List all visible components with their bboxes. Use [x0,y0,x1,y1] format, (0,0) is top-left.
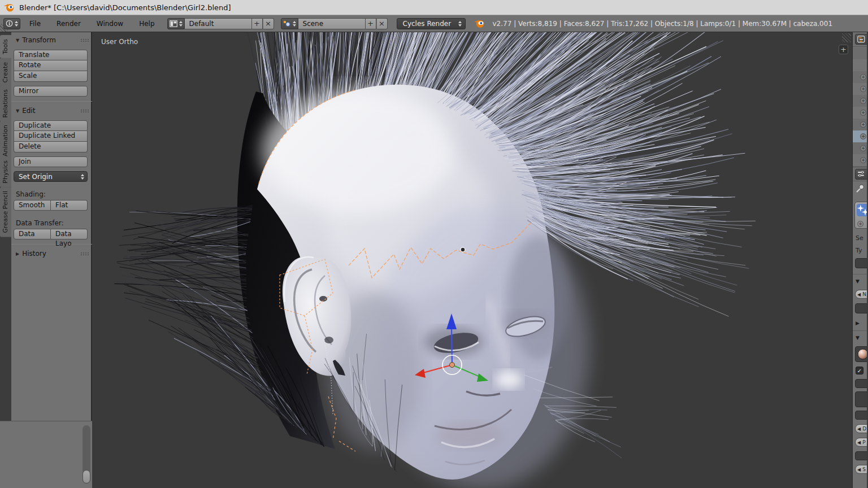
transform-panel-header[interactable]: ▼ Transform [11,34,92,46]
panel-collapse-icon[interactable]: ▼ [856,335,860,341]
rotate-button[interactable]: Rotate [14,60,88,71]
outliner-row[interactable] [853,47,867,59]
data-button[interactable]: Data [14,229,51,239]
scene-field[interactable]: Scene [298,18,365,29]
panel-separator [11,244,92,245]
outliner-expand-icon[interactable]: + [860,74,866,80]
info-header-bar: File Render Window Help Default + × Scen… [0,15,868,32]
material-sphere-icon [857,348,867,360]
pin-icon[interactable] [855,184,865,194]
edit-panel-header[interactable]: ▼ Edit [11,105,92,116]
scene-browse-button[interactable] [281,18,298,29]
panel-collapse-icon[interactable]: ▼ [856,278,860,284]
duplicate-button[interactable]: Duplicate [14,120,88,131]
vertex-marker[interactable] [461,247,465,252]
set-origin-dropdown[interactable]: Set Origin [14,171,88,182]
history-panel-header[interactable]: ▶ History [11,248,92,259]
duplicate-linked-button[interactable]: Duplicate Linked [14,131,88,142]
outliner-row[interactable]: + [853,142,867,154]
button-fragment[interactable] [855,451,867,460]
outliner-expand-icon[interactable]: + [860,110,866,116]
outliner-row[interactable]: + [853,154,867,166]
outliner-row[interactable]: + [853,71,867,83]
shelf-tab-animation[interactable]: Animation [0,121,11,160]
add-scene-button[interactable]: + [365,18,376,29]
properties-header [853,167,867,181]
outliner-row[interactable] [853,59,867,71]
material-button-fragment[interactable] [855,346,867,362]
outliner-expand-icon[interactable]: + [860,157,866,163]
outliner-row[interactable]: + [853,119,867,130]
menu-file[interactable]: File [23,16,47,32]
type-label-fragment: Ty [856,247,862,254]
viewport-corner-grip[interactable] [842,33,851,42]
axis-z-handle[interactable] [452,328,452,365]
menu-render[interactable]: Render [50,16,88,32]
screen-layout-browse-button[interactable] [167,18,185,29]
outliner-expand-icon[interactable]: + [860,121,866,128]
particles-icon [857,204,867,216]
scale-button[interactable]: Scale [14,71,88,82]
collapse-arrow-icon: ▶ [16,251,19,256]
shelf-tab-relations[interactable]: Relations [0,85,11,122]
new-particle-icon[interactable]: + [857,221,863,227]
shelf-tab-create[interactable]: Create [0,58,11,87]
type-dropdown-fragment[interactable] [855,258,867,268]
editor-corner-grip[interactable] [0,24,8,32]
settings-label-fragment: Se [856,234,863,242]
outliner-editor-button[interactable] [855,34,867,45]
outliner-header [853,32,867,47]
screen-layout-selector: Default + × [167,18,274,29]
button-fragment[interactable] [855,303,867,313]
value-slider-fragment[interactable]: ◀N [855,290,867,299]
value-slider-fragment[interactable]: ◀D [855,424,867,433]
outliner-row[interactable]: + [853,107,867,119]
menu-window[interactable]: Window [90,16,130,32]
shade-flat-button[interactable]: Flat [51,200,88,211]
checkbox-checked[interactable]: ✓ [856,367,863,374]
outliner-expand-icon[interactable]: + [860,145,866,151]
outliner-expand-icon[interactable]: + [860,86,866,92]
particle-settings-button[interactable]: + [854,202,867,229]
outliner-row[interactable]: + [853,83,867,95]
render-engine-dropdown[interactable]: Cycles Render [397,18,466,29]
value-slider-fragment[interactable]: ◀S [855,465,867,474]
shade-smooth-button[interactable]: Smooth [14,200,51,211]
close-layout-button[interactable]: × [263,18,274,29]
panel-grip-icon[interactable] [80,109,89,113]
outliner-row[interactable]: + [853,95,867,107]
outliner-expand-icon[interactable]: + [860,133,866,140]
viewport-3d[interactable]: User Ortho + [92,32,852,488]
screen-layout-field[interactable]: Default [185,18,251,29]
translate-button[interactable]: Translate [14,50,88,60]
data-layout-button[interactable]: Data Layo [51,229,88,239]
outliner-row[interactable]: + [853,130,867,142]
close-scene-button[interactable]: × [376,18,388,29]
button-fragment[interactable] [855,391,867,407]
panel-grip-icon[interactable] [80,38,89,42]
shelf-scrollbar-thumb[interactable] [83,470,90,483]
plus-icon: + [254,19,260,28]
add-layout-button[interactable]: + [251,18,263,29]
tool-shelf-panels: ▼ Transform Translate Rotate Scale Mirro… [11,32,92,421]
join-button[interactable]: Join [14,156,88,167]
shelf-tab-grease-pencil[interactable]: Grease Pencil [0,187,11,237]
scene-arrows [293,21,296,27]
viewport-expand-button[interactable]: + [839,45,848,54]
panel-grip-icon[interactable] [80,252,89,256]
panel-collapse-icon[interactable]: ▶ [856,320,860,326]
shelf-tab-tools[interactable]: Tools [0,35,11,58]
menu-help[interactable]: Help [132,16,161,32]
button-fragment[interactable] [855,379,867,388]
close-icon: × [379,19,385,28]
outliner-expand-icon[interactable]: + [860,98,866,104]
properties-editor-button[interactable] [855,169,867,180]
mirror-button[interactable]: Mirror [14,86,88,97]
value-slider-fragment[interactable]: ◀P [855,438,867,447]
shelf-tab-physics[interactable]: Physics [0,156,11,188]
set-origin-label: Set Origin [19,173,53,181]
engine-arrows [458,21,462,27]
delete-button[interactable]: Delete [14,142,88,152]
pivot-point [450,363,455,368]
button-fragment[interactable] [855,411,867,420]
